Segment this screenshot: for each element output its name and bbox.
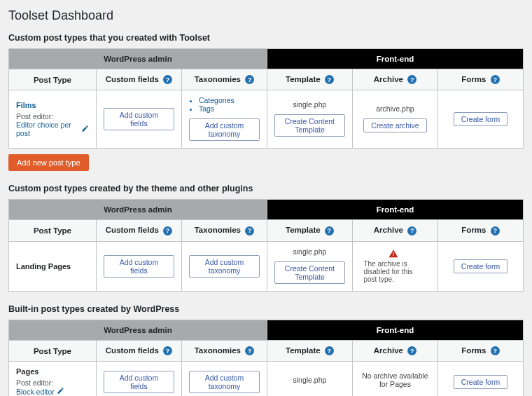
editor-label: Post editor: xyxy=(16,112,89,121)
editor-choice-link[interactable]: Editor choice per post xyxy=(16,121,89,137)
section-toolset: Custom post types that you created with … xyxy=(8,33,524,171)
help-custom-fields-icon[interactable]: ? xyxy=(163,75,172,84)
warning-icon xyxy=(388,249,398,260)
header-front-end: Front-end xyxy=(267,320,523,340)
taxonomy-item[interactable]: Categories xyxy=(199,96,260,104)
help-template-icon[interactable]: ? xyxy=(325,346,334,355)
page-title: Toolset Dashboard xyxy=(8,8,524,23)
col-taxonomies: Taxonomies ? xyxy=(181,220,267,241)
help-archive-icon[interactable]: ? xyxy=(407,226,416,235)
create-template-button[interactable]: Create Content Template xyxy=(274,261,345,284)
col-template: Template ? xyxy=(267,220,352,241)
post-types-table: WordPress admin Front-end Post Type Cust… xyxy=(8,199,524,291)
help-forms-icon[interactable]: ? xyxy=(491,226,500,235)
create-archive-button[interactable]: Create archive xyxy=(363,118,426,132)
post-type-name-landing: Landing Pages xyxy=(16,262,71,271)
post-types-table: WordPress admin Front-end Post Type Cust… xyxy=(8,48,524,149)
add-post-type-button[interactable]: Add new post type xyxy=(8,154,89,171)
help-forms-icon[interactable]: ? xyxy=(491,346,500,355)
col-post-type: Post Type xyxy=(9,220,97,241)
table-row: Landing Pages Add custom fields Add cust… xyxy=(9,241,524,291)
table-row: PagesPost editor:Block editor Add custom… xyxy=(9,362,524,396)
col-post-type: Post Type xyxy=(9,69,97,90)
header-front-end: Front-end xyxy=(267,200,523,220)
col-template: Template ? xyxy=(267,340,352,361)
editor-choice-link[interactable]: Block editor xyxy=(16,387,64,396)
post-types-table: WordPress admin Front-end Post Type Cust… xyxy=(8,320,524,396)
post-type-name-pages: Pages xyxy=(16,367,38,376)
help-custom-fields-icon[interactable]: ? xyxy=(163,346,172,355)
create-template-button[interactable]: Create Content Template xyxy=(274,114,345,137)
help-taxonomies-icon[interactable]: ? xyxy=(245,226,254,235)
help-template-icon[interactable]: ? xyxy=(325,226,334,235)
table-row: FilmsPost editor:Editor choice per post … xyxy=(9,90,524,149)
add-custom-fields-button[interactable]: Add custom fields xyxy=(104,255,174,278)
create-form-button[interactable]: Create form xyxy=(454,259,507,273)
template-filename: single.php xyxy=(274,100,345,109)
col-custom-fields: Custom fields ? xyxy=(96,69,181,90)
header-wp-admin: WordPress admin xyxy=(9,320,267,340)
col-archive: Archive ? xyxy=(352,69,438,90)
add-taxonomy-button[interactable]: Add custom taxonomy xyxy=(189,371,260,393)
post-type-link-films[interactable]: Films xyxy=(16,101,36,109)
edit-icon xyxy=(81,125,89,134)
section-builtin: Built-in post types created by WordPress… xyxy=(8,304,524,396)
col-taxonomies: Taxonomies ? xyxy=(181,69,267,90)
archive-filename: archive.php xyxy=(360,104,430,113)
section-title: Custom post types that you created with … xyxy=(8,33,524,43)
col-forms: Forms ? xyxy=(438,69,523,90)
archive-warning: The archive is disabled for this post ty… xyxy=(363,260,426,283)
help-archive-icon[interactable]: ? xyxy=(407,346,416,355)
taxonomy-item[interactable]: Tags xyxy=(199,104,260,113)
col-archive: Archive ? xyxy=(352,220,438,241)
col-taxonomies: Taxonomies ? xyxy=(181,340,267,361)
edit-icon xyxy=(57,387,64,396)
section-title: Built-in post types created by WordPress xyxy=(8,304,524,314)
create-form-button[interactable]: Create form xyxy=(454,375,507,389)
add-taxonomy-button[interactable]: Add custom taxonomy xyxy=(189,118,260,141)
add-taxonomy-button[interactable]: Add custom taxonomy xyxy=(189,255,260,278)
col-forms: Forms ? xyxy=(438,340,523,361)
col-forms: Forms ? xyxy=(438,220,523,241)
help-template-icon[interactable]: ? xyxy=(325,75,334,84)
taxonomy-list: CategoriesTags xyxy=(199,96,260,113)
col-custom-fields: Custom fields ? xyxy=(96,220,181,241)
archive-note: No archive available for Pages xyxy=(360,371,430,388)
add-custom-fields-button[interactable]: Add custom fields xyxy=(104,108,174,130)
col-template: Template ? xyxy=(267,69,352,90)
help-forms-icon[interactable]: ? xyxy=(491,75,500,84)
add-custom-fields-button[interactable]: Add custom fields xyxy=(104,371,174,393)
header-front-end: Front-end xyxy=(267,49,523,69)
template-filename: single.php xyxy=(274,247,345,256)
section-theme: Custom post types created by the theme a… xyxy=(8,184,524,291)
col-archive: Archive ? xyxy=(352,340,438,361)
col-custom-fields: Custom fields ? xyxy=(96,340,181,361)
template-filename: single.php xyxy=(274,376,345,384)
create-form-button[interactable]: Create form xyxy=(454,112,507,126)
help-taxonomies-icon[interactable]: ? xyxy=(245,346,254,355)
header-wp-admin: WordPress admin xyxy=(9,49,267,69)
section-title: Custom post types created by the theme a… xyxy=(8,184,524,193)
editor-label: Post editor: xyxy=(16,378,89,387)
col-post-type: Post Type xyxy=(9,340,97,361)
header-wp-admin: WordPress admin xyxy=(9,200,267,220)
help-archive-icon[interactable]: ? xyxy=(407,75,416,84)
help-custom-fields-icon[interactable]: ? xyxy=(163,226,172,235)
help-taxonomies-icon[interactable]: ? xyxy=(245,75,254,84)
